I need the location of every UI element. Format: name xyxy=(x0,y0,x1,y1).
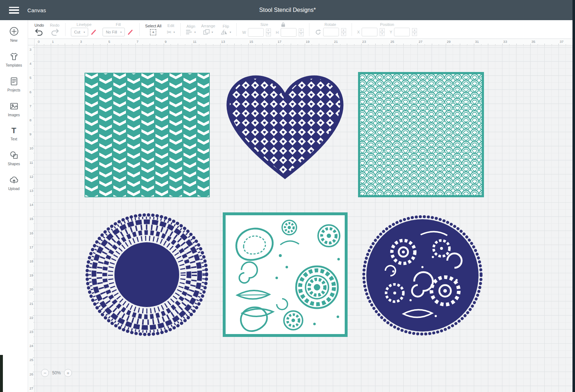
chevron-down-icon: ▾ xyxy=(194,31,196,34)
ruler-tick xyxy=(495,44,495,45)
fill-select[interactable]: No Fill ▾ xyxy=(103,28,125,36)
ruler-label: 20 xyxy=(30,287,33,291)
ruler-tick xyxy=(107,44,108,45)
size-height-input[interactable] xyxy=(281,28,296,37)
ruler-tick xyxy=(157,44,157,45)
chevron-down-icon: ▾ xyxy=(173,31,175,34)
position-label: Position xyxy=(380,22,394,27)
ruler-tick xyxy=(566,44,566,45)
sidebar-item-projects[interactable]: Projects xyxy=(0,76,28,92)
ruler-tick xyxy=(33,252,35,252)
ruler-label: 33 xyxy=(503,40,507,44)
ruler-tick xyxy=(467,44,467,45)
design-heart-lattice-stencil[interactable] xyxy=(222,71,348,184)
position-y-input[interactable] xyxy=(394,28,410,36)
linetype-pen-icon[interactable] xyxy=(90,28,97,36)
ruler-tick xyxy=(425,44,425,45)
sidebar-item-templates[interactable]: Templates xyxy=(0,51,28,67)
ruler-tick xyxy=(33,181,35,181)
ruler-label: 29 xyxy=(447,40,451,44)
sidebar-item-images[interactable]: Images xyxy=(0,101,28,117)
text-icon: T xyxy=(12,126,16,135)
design-herringbone-stencil-square[interactable] xyxy=(85,73,210,199)
zoom-out-button[interactable]: − xyxy=(41,369,49,377)
ruler-tick xyxy=(552,44,552,45)
align-label: Align xyxy=(186,24,195,28)
ruler-tick xyxy=(121,44,122,45)
position-x-stepper[interactable]: ▲▼ xyxy=(380,28,385,36)
ruler-tick xyxy=(439,44,439,45)
ruler-tick xyxy=(33,224,35,224)
ruler-tick xyxy=(33,322,35,323)
redo-button[interactable]: Redo xyxy=(50,23,60,36)
ruler-tick xyxy=(298,44,298,45)
ruler-label: 25 xyxy=(390,40,394,44)
ruler-tick xyxy=(417,44,418,45)
ruler-label: 19 xyxy=(306,40,310,44)
ruler-tick xyxy=(558,44,559,45)
design-paisley-floral-stencil-circle[interactable] xyxy=(360,213,485,339)
ruler-tick xyxy=(291,44,291,45)
ruler-label: 11 xyxy=(30,161,33,165)
ruler-tick xyxy=(33,209,35,210)
ruler-tick xyxy=(347,44,347,45)
lock-icon[interactable] xyxy=(281,22,285,27)
arrange-button[interactable]: Arrange ▾ xyxy=(201,24,215,35)
design-lace-doily-stencil-circle[interactable] xyxy=(84,212,210,339)
ruler-tick xyxy=(220,44,221,45)
fill-pen-icon[interactable] xyxy=(127,28,134,36)
sidebar-item-upload[interactable]: Upload xyxy=(0,175,28,191)
sidebar-item-text[interactable]: T Text xyxy=(0,126,28,141)
design-mermaid-scale-stencil-square[interactable] xyxy=(358,72,484,199)
linetype-select[interactable]: Cut ▾ xyxy=(71,28,88,36)
ruler-tick xyxy=(530,44,531,45)
ruler-tick xyxy=(33,139,35,139)
flip-icon xyxy=(221,30,228,35)
ruler-tick xyxy=(33,379,35,379)
ruler-tick xyxy=(150,44,150,45)
ruler-tick xyxy=(33,68,35,69)
zoom-in-button[interactable]: + xyxy=(64,369,72,377)
ruler-tick xyxy=(312,44,312,45)
align-button[interactable]: Align ▾ xyxy=(186,24,196,35)
rotate-input[interactable] xyxy=(323,28,339,36)
align-icon xyxy=(186,30,193,35)
size-width-stepper[interactable]: ▲▼ xyxy=(266,28,271,36)
ruler-tick xyxy=(164,44,164,45)
toolbar-divider xyxy=(236,23,237,36)
design-canvas[interactable]: − 50% + xyxy=(35,45,575,392)
ruler-label: 21 xyxy=(334,40,338,44)
ruler-tick xyxy=(262,44,263,45)
ruler-tick xyxy=(389,44,390,45)
ruler-label: 9 xyxy=(30,132,31,136)
ruler-tick xyxy=(375,44,376,45)
select-all-icon: + xyxy=(150,29,156,35)
rotate-stepper[interactable]: ▲▼ xyxy=(341,28,346,36)
flip-label: Flip xyxy=(223,24,229,28)
ruler-tick xyxy=(33,153,35,153)
size-width-input[interactable] xyxy=(248,28,264,37)
position-x-label: X xyxy=(357,30,360,34)
flip-button[interactable]: Flip ▾ xyxy=(221,24,231,35)
position-x-input[interactable] xyxy=(362,28,377,36)
sidebar-item-shapes[interactable]: Shapes xyxy=(0,150,28,166)
ruler-tick xyxy=(340,44,340,45)
menu-icon[interactable] xyxy=(9,7,19,14)
design-paisley-floral-stencil-square[interactable] xyxy=(223,212,348,338)
ruler-label: 7 xyxy=(136,40,138,44)
size-height-stepper[interactable]: ▲▼ xyxy=(299,28,304,36)
canvas-menu-label[interactable]: Canvas xyxy=(27,7,46,13)
ruler-label: 17 xyxy=(277,40,281,44)
ruler-tick xyxy=(33,111,35,111)
position-y-stepper[interactable]: ▲▼ xyxy=(412,28,417,36)
sidebar-item-new[interactable]: New xyxy=(0,27,28,42)
undo-button[interactable]: Undo xyxy=(34,23,44,36)
edit-button[interactable]: Edit ✂ ▾ xyxy=(167,23,175,36)
select-all-button[interactable]: Select All + xyxy=(145,24,161,35)
redo-icon xyxy=(50,28,60,36)
ruler-tick xyxy=(72,44,72,45)
ruler-tick xyxy=(333,44,333,45)
ruler-tick xyxy=(93,44,94,45)
rotate-icon[interactable] xyxy=(315,29,321,35)
ruler-label: 18 xyxy=(30,259,33,263)
